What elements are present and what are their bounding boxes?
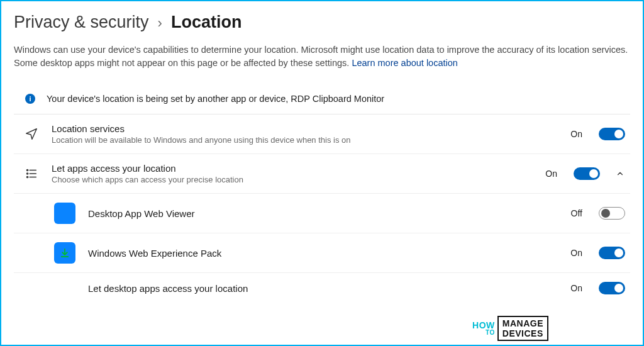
app-icon-desktop-web-viewer	[54, 203, 75, 224]
list-settings-icon	[24, 166, 39, 181]
app-icon-web-experience	[54, 242, 75, 264]
toggle-state-label: On	[570, 248, 582, 258]
chevron-right-icon: ›	[158, 15, 162, 31]
row-web-experience: Windows Web Experience Pack On	[14, 233, 630, 273]
row-title: Let desktop apps access your location	[88, 283, 558, 294]
row-desktop-apps-access: Let desktop apps access your location On	[14, 273, 630, 297]
row-location-services: Location services Location will be avail…	[14, 114, 630, 154]
breadcrumb: Privacy & security › Location	[14, 13, 630, 32]
watermark-how: HOWTO	[472, 321, 495, 335]
row-desc: Choose which apps can access your precis…	[52, 175, 533, 184]
toggle-state-label: On	[545, 169, 557, 179]
info-message: Your device's location is being set by a…	[47, 94, 384, 104]
toggle-location-services[interactable]	[599, 128, 625, 140]
row-apps-access[interactable]: Let apps access your location Choose whi…	[14, 154, 630, 194]
toggle-state-label: On	[570, 283, 582, 293]
toggle-apps-access[interactable]	[574, 167, 600, 180]
info-banner: i Your device's location is being set by…	[14, 91, 630, 114]
row-title: Let apps access your location	[52, 163, 533, 174]
toggle-desktop-web-viewer[interactable]	[599, 207, 625, 220]
intro-text: Windows can use your device's capabiliti…	[14, 43, 630, 70]
page-title: Location	[171, 13, 242, 32]
breadcrumb-parent[interactable]: Privacy & security	[14, 13, 149, 32]
svg-point-2	[26, 173, 28, 174]
watermark-box: MANAGEDEVICES	[497, 316, 548, 341]
row-title: Location services	[52, 123, 558, 134]
row-title: Windows Web Experience Pack	[88, 248, 558, 259]
row-title: Desktop App Web Viewer	[88, 208, 558, 219]
chevron-up-icon[interactable]	[615, 169, 625, 179]
info-icon: i	[25, 94, 35, 104]
svg-point-4	[26, 176, 28, 177]
settings-page: Privacy & security › Location Windows ca…	[1, 1, 643, 297]
row-desktop-web-viewer: Desktop App Web Viewer Off	[14, 194, 630, 233]
location-arrow-icon	[24, 126, 39, 142]
toggle-state-label: On	[570, 129, 582, 139]
learn-more-link[interactable]: Learn more about location	[352, 58, 457, 68]
toggle-web-experience[interactable]	[599, 247, 625, 259]
intro-body: Windows can use your device's capabiliti…	[14, 45, 628, 68]
toggle-desktop-apps-access[interactable]	[599, 282, 625, 294]
svg-point-0	[26, 169, 28, 170]
toggle-state-label: Off	[571, 208, 582, 218]
row-desc: Location will be available to Windows an…	[52, 135, 558, 145]
watermark: HOWTO MANAGEDEVICES	[472, 316, 548, 341]
